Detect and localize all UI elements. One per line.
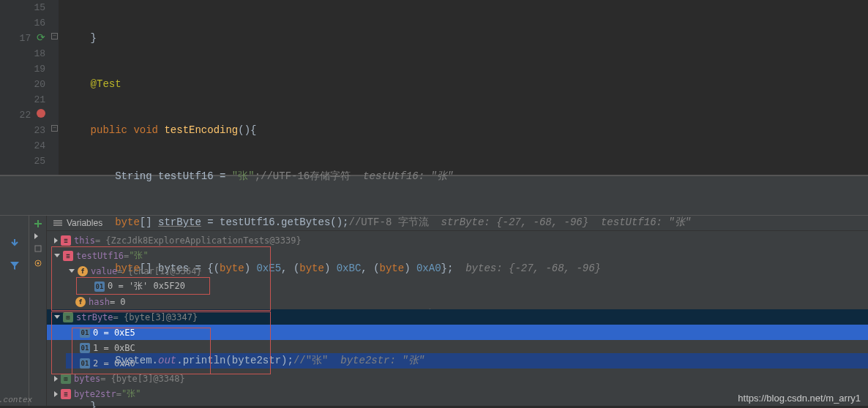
variables-icon	[53, 218, 63, 228]
debug-tool-column	[29, 216, 47, 406]
stack-label: .contex	[0, 396, 32, 404]
primitive-icon: 01	[80, 358, 90, 369]
field-icon: f	[75, 297, 86, 307]
var-strbyte[interactable]: ⊞ strByte = {byte[3]@3347}	[47, 309, 868, 325]
code-line: @Test	[66, 77, 868, 92]
watermark: https://blog.csdn.net/m_arry1	[738, 393, 861, 404]
code-line: byte[] strByte = testUtf16.getBytes();//…	[66, 215, 868, 230]
var-testutf16[interactable]: ≡ testUtf16 = "张"	[47, 248, 868, 263]
var-hash[interactable]: f hash = 0	[47, 294, 868, 309]
fold-icon[interactable]: −	[51, 125, 58, 132]
field-icon: f	[78, 266, 88, 276]
watch-icon[interactable]	[33, 258, 43, 268]
debug-sidebar: .contex	[0, 216, 29, 406]
expand-icon[interactable]	[34, 233, 38, 239]
var-value[interactable]: f value = {char[1]@3364}	[47, 263, 868, 279]
svg-rect-3	[53, 220, 62, 222]
svg-point-2	[37, 262, 39, 265]
add-icon[interactable]	[33, 219, 43, 229]
svg-rect-5	[53, 224, 62, 226]
code-line: }	[66, 31, 868, 46]
filter-icon[interactable]	[9, 260, 20, 271]
var-this[interactable]: ≡ this = {ZzcJdk8ExploreApplicationTests…	[47, 233, 868, 248]
object-icon: ≡	[61, 235, 71, 246]
var-bytes[interactable]: ⊞ bytes = {byte[3]@3348}	[47, 371, 868, 386]
var-value-0[interactable]: 01 0 = '张' 0x5F20	[47, 279, 868, 294]
code-line: String testUtf16 = "张";//UTF-16存储字符 test…	[66, 169, 868, 184]
object-icon: ≡	[63, 251, 73, 261]
array-icon: ⊞	[61, 374, 71, 384]
fold-column: − −	[51, 0, 59, 175]
primitive-icon: 01	[80, 328, 90, 338]
object-icon: ≡	[61, 389, 71, 399]
svg-rect-4	[53, 222, 62, 224]
primitive-icon: 01	[94, 282, 105, 292]
primitive-icon: 01	[80, 343, 90, 353]
var-strbyte-0[interactable]: 01 0 = 0xE5	[47, 325, 868, 340]
variables-tree[interactable]: ≡ this = {ZzcJdk8ExploreApplicationTests…	[47, 231, 868, 401]
variables-panel: Variables ≡ this = {ZzcJdk8ExploreApplic…	[47, 216, 868, 406]
code-editor[interactable]: 15 16 17 ⟳ 18 19 20 21 22 23 24 25 − − }…	[0, 0, 868, 175]
breakpoint-gutter-icon[interactable]	[37, 110, 45, 121]
var-strbyte-1[interactable]: 01 1 = 0xBC	[47, 340, 868, 355]
array-icon: ⊞	[63, 312, 73, 322]
run-gutter-icon[interactable]: ⟳	[37, 32, 45, 44]
line-gutter: 15 16 17 ⟳ 18 19 20 21 22 23 24 25	[0, 0, 51, 175]
code-line: public void testEncoding(){	[66, 123, 868, 138]
fold-icon[interactable]: −	[51, 33, 58, 39]
code-body[interactable]: } @Test public void testEncoding(){ Stri…	[59, 0, 868, 175]
svg-rect-0	[35, 246, 41, 252]
step-down-icon[interactable]	[9, 238, 20, 249]
var-strbyte-2[interactable]: 01 2 = 0xA0	[47, 355, 868, 371]
copy-icon[interactable]	[33, 243, 43, 254]
debugger-panel: .contex Variables ≡ this = {ZzcJdk8Explo…	[0, 216, 868, 406]
